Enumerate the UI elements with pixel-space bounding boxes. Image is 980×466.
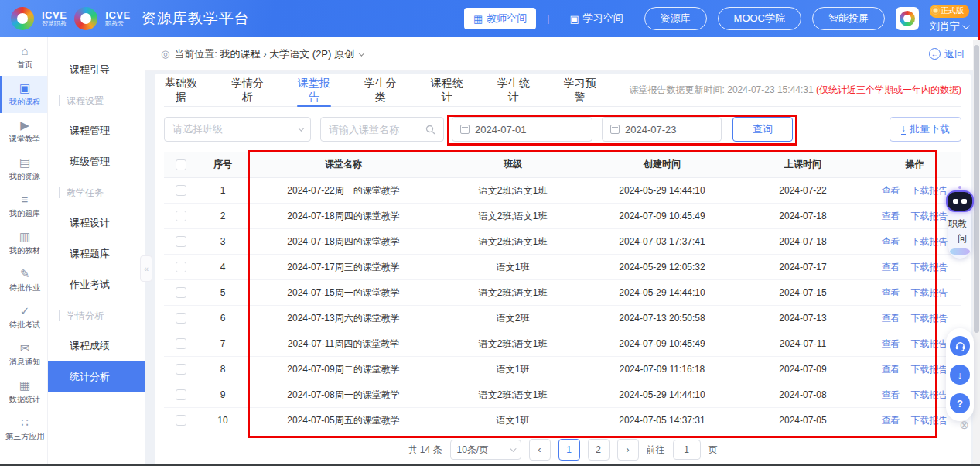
rail-item-home[interactable]: ⌂ 首页 <box>0 39 47 76</box>
view-link[interactable]: 查看 <box>882 312 900 325</box>
back-button[interactable]: ← 返回 <box>929 47 965 61</box>
row-checkbox[interactable] <box>176 287 186 298</box>
mooc-academy-button[interactable]: MOOC学院 <box>718 7 801 30</box>
view-link[interactable]: 查看 <box>882 261 900 274</box>
avatar[interactable] <box>896 7 919 30</box>
col-header-class-group: 班级 <box>439 158 586 171</box>
view-link[interactable]: 查看 <box>882 414 900 427</box>
row-checkbox[interactable] <box>176 262 186 272</box>
start-date-picker[interactable]: 2024-07-01 <box>452 117 592 142</box>
tab-class-report[interactable]: 课堂报告 <box>297 74 331 107</box>
view-link[interactable]: 查看 <box>882 210 900 223</box>
query-button[interactable]: 查询 <box>732 117 793 142</box>
class-select[interactable]: 请选择班级 <box>164 117 311 142</box>
breadcrumb-parent[interactable]: 我的课程 <box>220 48 261 60</box>
tab-basic-data[interactable]: 基础数据 <box>164 74 198 107</box>
data-statistics-icon: ▦ <box>19 379 30 391</box>
sidebar-collapse-button[interactable]: « <box>140 255 152 282</box>
tab-course-statistics[interactable]: 课程统计 <box>430 74 464 107</box>
resource-library-button[interactable]: 资源库 <box>644 7 707 30</box>
pending-exams-icon: ✓ <box>20 305 30 317</box>
download-report-link[interactable]: 下载报告 <box>911 363 948 376</box>
row-checkbox[interactable] <box>176 313 186 324</box>
col-header-class-time: 上课时间 <box>738 158 868 171</box>
view-link[interactable]: 查看 <box>882 235 900 248</box>
help-button[interactable]: ? <box>950 393 970 413</box>
view-link[interactable]: 查看 <box>882 184 900 197</box>
rail-item-classroom-teaching[interactable]: ▶ 课堂教学 <box>0 113 47 150</box>
download-report-link[interactable]: 下载报告 <box>911 184 948 197</box>
end-date-picker[interactable]: 2024-07-23 <box>602 117 722 142</box>
view-link[interactable]: 查看 <box>882 286 900 300</box>
next-page-button[interactable]: › <box>617 439 639 461</box>
sidebar-item-course-management[interactable]: 课程管理 <box>48 115 145 146</box>
rail-item-pending-exams[interactable]: ✓ 待批考试 <box>0 299 47 336</box>
sidebar-item-course-guide[interactable]: 课程引导 <box>48 54 145 85</box>
tab-student-statistics[interactable]: 学生统计 <box>497 74 531 107</box>
table-row: 3 2024-07-18周四的课堂教学 语文2班;语文1班 2024-07-03… <box>164 229 961 255</box>
rail-item-notifications[interactable]: ✉ 消息通知 <box>0 336 47 373</box>
rail-item-my-question-bank[interactable]: ≡ 我的题库 <box>0 187 47 224</box>
tab-student-classification[interactable]: 学生分类 <box>364 74 398 107</box>
row-checkbox[interactable] <box>176 236 186 247</box>
download-report-link[interactable]: 下载报告 <box>911 389 948 402</box>
col-header-actions: 操作 <box>868 158 961 171</box>
rail-item-my-courses[interactable]: ▣ 我的课程 <box>0 76 47 113</box>
download-report-link[interactable]: 下载报告 <box>911 338 948 351</box>
sidebar-item-homework-exam[interactable]: 作业考试 <box>48 269 145 300</box>
download-report-link[interactable]: 下载报告 <box>911 261 948 274</box>
tab-learning-analysis[interactable]: 学情分析 <box>230 74 265 107</box>
batch-download-button[interactable]: ↓ 批量下载 <box>890 117 961 142</box>
rail-item-my-textbooks[interactable]: ▥ 我的教材 <box>0 224 47 262</box>
rail-item-my-resources[interactable]: ▤ 我的资源 <box>0 150 47 187</box>
user-menu[interactable]: 刘肖宁 <box>930 19 968 33</box>
course-dropdown-chevron-icon[interactable] <box>358 50 364 56</box>
row-class-name: 2024-07-08周一的课堂教学 <box>248 389 439 402</box>
class-name-input[interactable] <box>321 124 412 135</box>
close-floating-toolbar-button[interactable]: ⊗ <box>959 418 969 432</box>
sidebar-item-course-question-bank[interactable]: 课程题库 <box>48 238 145 269</box>
breadcrumb-current[interactable]: 大学语文 (2P) 原创 <box>269 48 354 60</box>
sidebar-item-course-grades[interactable]: 课程成绩 <box>48 331 145 361</box>
search-icon[interactable] <box>425 125 443 135</box>
page-number-button[interactable]: 2 <box>588 439 610 461</box>
download-report-link[interactable]: 下载报告 <box>911 414 948 427</box>
rail-item-third-party-apps[interactable]: ∷ 第三方应用 <box>0 410 47 447</box>
smart-cast-button[interactable]: 智能投屏 <box>812 7 885 30</box>
row-class-group: 语文2班;语文1班 <box>439 184 586 197</box>
rail-item-pending-homework[interactable]: ✎ 待批作业 <box>0 262 47 299</box>
nav-divider: | <box>547 13 549 24</box>
select-all-checkbox[interactable] <box>176 159 186 170</box>
download-report-link[interactable]: 下载报告 <box>911 210 948 223</box>
view-link[interactable]: 查看 <box>882 338 900 351</box>
download-report-link[interactable]: 下载报告 <box>911 312 948 325</box>
sidebar-item-class-management[interactable]: 班级管理 <box>48 146 145 177</box>
download-report-link[interactable]: 下载报告 <box>911 235 948 248</box>
row-checkbox[interactable] <box>176 338 186 349</box>
teacher-space-button[interactable]: ▦ 教师空间 <box>464 8 536 29</box>
row-checkbox[interactable] <box>176 415 186 426</box>
page-number-button[interactable]: 1 <box>558 439 580 461</box>
page-size-select[interactable]: 10条/页 <box>450 440 521 460</box>
download-report-link[interactable]: 下载报告 <box>911 286 948 300</box>
row-class-time: 2024-07-11 <box>738 338 868 349</box>
learning-space-icon: ▣ <box>569 13 579 25</box>
sidebar-item-statistical-analysis[interactable]: 统计分析 <box>48 361 145 392</box>
view-link[interactable]: 查看 <box>882 389 900 402</box>
download-center-button[interactable]: ↓ <box>950 365 970 385</box>
customer-service-button[interactable] <box>950 336 970 356</box>
rail-item-data-statistics[interactable]: ▦ 数据统计 <box>0 373 47 410</box>
view-link[interactable]: 查看 <box>882 363 900 376</box>
sidebar-item-course-design[interactable]: 课程设计 <box>48 207 145 238</box>
row-checkbox[interactable] <box>176 389 186 400</box>
tab-learning-warning[interactable]: 学习预警 <box>563 74 597 107</box>
prev-page-button[interactable]: ‹ <box>529 439 551 461</box>
learning-space-button[interactable]: ▣ 学习空间 <box>560 8 632 29</box>
ai-assistant-widget[interactable]: 职教一问 <box>944 186 976 259</box>
row-created-time: 2024-07-13 20:50:58 <box>586 313 738 324</box>
row-checkbox[interactable] <box>176 364 186 375</box>
row-checkbox[interactable] <box>176 211 186 221</box>
icve-zhijiaoyun-logo-icon <box>74 7 97 30</box>
row-checkbox[interactable] <box>176 185 186 196</box>
goto-page-input[interactable] <box>673 440 701 460</box>
